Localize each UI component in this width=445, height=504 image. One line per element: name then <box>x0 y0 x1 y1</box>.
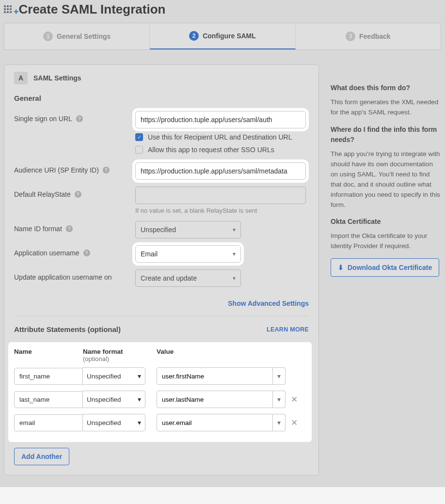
help-icon[interactable]: ? <box>75 191 81 198</box>
general-subheader: General <box>14 94 309 102</box>
attr-name-input[interactable] <box>14 414 83 431</box>
chevron-down-icon: ▾ <box>233 226 236 233</box>
sso-url-label: Single sign on URL ? <box>14 111 135 123</box>
chevron-down-icon: ▾ <box>138 372 141 380</box>
attribute-statements-table: Name Name format (optional) Value Unspec… <box>8 342 312 442</box>
application-username-label: Application username ? <box>14 245 135 257</box>
relaystate-helper: If no value is set, a blank RelayState i… <box>135 207 309 214</box>
divider <box>14 316 309 316</box>
attribute-row: Unspecified▾ ▾ ✕ <box>11 391 309 408</box>
learn-more-link[interactable]: LEARN MORE <box>267 326 309 333</box>
plus-icon: + <box>14 8 19 15</box>
help-heading: What does this form do? <box>331 83 441 94</box>
help-text: The app you're trying to integrate with … <box>331 149 441 210</box>
attribute-statements-title: Attribute Statements (optional) <box>14 325 121 333</box>
allow-other-sso-checkbox-label: Allow this app to request other SSO URLs <box>148 146 274 154</box>
help-icon[interactable]: ? <box>76 115 83 122</box>
section-title: SAML Settings <box>33 74 81 82</box>
add-another-button[interactable]: Add Another <box>14 448 69 465</box>
help-icon[interactable]: ? <box>103 167 110 173</box>
apps-icon <box>4 5 14 15</box>
delete-row-icon[interactable]: ✕ <box>286 394 303 405</box>
attr-value-dropdown[interactable]: ▾ <box>273 414 286 431</box>
audience-uri-input[interactable] <box>135 162 306 180</box>
help-heading: Where do I find the info this form needs… <box>331 125 441 145</box>
section-badge: A <box>14 72 28 84</box>
attr-value-input[interactable] <box>157 391 273 408</box>
attr-value-dropdown[interactable]: ▾ <box>273 367 286 385</box>
delete-row-icon[interactable]: ✕ <box>286 418 303 428</box>
relaystate-input[interactable] <box>135 187 306 204</box>
chevron-down-icon: ▾ <box>277 419 281 426</box>
attr-value-input[interactable] <box>157 414 273 431</box>
help-icon[interactable]: ? <box>66 225 73 232</box>
help-icon[interactable]: ? <box>83 250 90 256</box>
attr-format-select[interactable]: Unspecified▾ <box>82 391 145 408</box>
download-icon: ⬇ <box>338 264 344 271</box>
nameid-format-select[interactable]: Unspecified ▾ <box>135 221 241 238</box>
relaystate-label: Default RelayState ? <box>14 187 135 198</box>
help-text: Import the Okta certificate to your Iden… <box>331 231 441 252</box>
wizard-steps: 1 General Settings 2 Configure SAML 3 Fe… <box>4 23 441 50</box>
step-configure-saml[interactable]: 2 Configure SAML <box>150 23 295 49</box>
page-title: Create SAML Integration <box>19 2 166 17</box>
step-feedback[interactable]: 3 Feedback <box>296 23 441 49</box>
col-header-name: Name <box>11 348 83 362</box>
saml-settings-panel: A SAML Settings General Single sign on U… <box>4 64 319 475</box>
chevron-down-icon: ▾ <box>233 251 236 257</box>
chevron-down-icon: ▾ <box>277 395 281 403</box>
attr-name-input[interactable] <box>14 368 83 385</box>
application-username-select[interactable]: Email ▾ <box>135 245 241 263</box>
help-panel: What does this form do? This form genera… <box>331 64 441 277</box>
nameid-format-label: Name ID format ? <box>14 221 135 233</box>
chevron-down-icon: ▾ <box>138 395 141 403</box>
col-header-value: Value <box>157 348 286 362</box>
help-heading: Okta Certificate <box>331 217 441 227</box>
attr-format-select[interactable]: Unspecified▾ <box>82 367 145 385</box>
page-header: + Create SAML Integration <box>4 0 441 23</box>
attribute-row: Unspecified▾ ▾ ✕ <box>11 414 309 431</box>
attr-value-input[interactable] <box>157 367 273 385</box>
help-text: This form generates the XML needed for t… <box>331 97 441 118</box>
audience-uri-label: Audience URI (SP Entity ID) ? <box>14 162 135 174</box>
show-advanced-link[interactable]: Show Advanced Settings <box>14 299 309 307</box>
chevron-down-icon: ▾ <box>138 419 141 426</box>
attr-name-input[interactable] <box>14 391 83 408</box>
download-certificate-button[interactable]: ⬇ Download Okta Certificate <box>331 258 439 277</box>
allow-other-sso-checkbox[interactable] <box>135 146 143 154</box>
step-general-settings[interactable]: 1 General Settings <box>4 23 150 49</box>
col-header-format: Name format (optional) <box>83 348 146 362</box>
attribute-row: Unspecified▾ ▾ <box>11 367 309 385</box>
recipient-url-checkbox[interactable] <box>135 133 143 141</box>
attr-value-dropdown[interactable]: ▾ <box>273 391 286 408</box>
attr-format-select[interactable]: Unspecified▾ <box>82 414 145 431</box>
chevron-down-icon: ▾ <box>233 275 236 282</box>
update-username-select[interactable]: Create and update ▾ <box>135 269 241 287</box>
sso-url-input[interactable] <box>135 111 306 128</box>
update-username-label: Update application username on <box>14 269 135 281</box>
chevron-down-icon: ▾ <box>277 372 281 380</box>
recipient-url-checkbox-label: Use this for Recipient URL and Destinati… <box>148 133 292 141</box>
